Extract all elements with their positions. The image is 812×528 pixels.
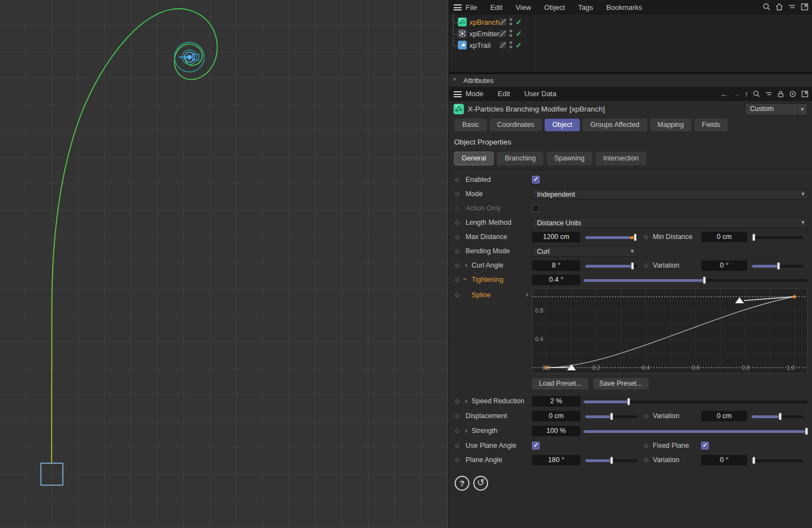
search-icon[interactable] — [763, 3, 771, 11]
close-icon[interactable]: × — [453, 76, 456, 82]
enabled-check-icon[interactable]: ✓ — [516, 18, 522, 26]
plane-variation-input[interactable]: 0 ° — [701, 455, 747, 465]
plane-angle-slider[interactable] — [585, 457, 637, 464]
anim-key-icon[interactable]: ◇ — [455, 292, 460, 298]
anim-key-icon[interactable]: ◇ — [644, 413, 648, 419]
collapse-chevron-icon[interactable]: › — [461, 278, 469, 280]
anim-key-icon[interactable]: ◇ — [455, 457, 460, 463]
detach-panel-icon[interactable] — [800, 3, 809, 11]
spline-curve-editor[interactable]: 0.8 0.4 0.0 0.2 0.4 0.6 0.8 1.0 — [532, 288, 808, 374]
anim-key-icon[interactable]: ◇ — [455, 398, 460, 404]
menu-mode[interactable]: Mode — [466, 90, 484, 98]
spline-curve[interactable] — [546, 297, 794, 368]
hamburger-menu-icon[interactable] — [453, 91, 462, 97]
min-distance-slider[interactable] — [752, 234, 803, 241]
reset-icon[interactable]: ↺ — [473, 476, 488, 491]
menu-file[interactable]: File — [466, 3, 477, 12]
new-window-icon[interactable] — [801, 90, 809, 98]
displacement-variation-input[interactable]: 0 cm — [701, 411, 747, 421]
min-distance-input[interactable]: 0 cm — [701, 232, 747, 242]
anim-key-icon[interactable]: ◇ — [455, 191, 460, 197]
enabled-check-icon[interactable]: ✓ — [516, 41, 522, 49]
home-icon[interactable] — [775, 3, 783, 11]
anim-key-icon[interactable]: ◇ — [455, 413, 460, 419]
use-plane-angle-checkbox[interactable] — [532, 442, 540, 449]
tab-groups-affected[interactable]: Groups Affected — [583, 119, 647, 131]
track-target-icon[interactable] — [789, 90, 797, 98]
filter-icon[interactable] — [765, 90, 772, 98]
menu-tags[interactable]: Tags — [578, 3, 593, 12]
tightening-input[interactable]: 0.4 ° — [532, 275, 580, 285]
square-spline[interactable] — [41, 463, 63, 485]
back-arrow-icon[interactable]: ← — [720, 90, 728, 98]
anim-key-icon[interactable]: ◇ — [455, 248, 460, 254]
tab-general[interactable]: General — [454, 152, 494, 165]
strength-input[interactable]: 100 % — [532, 426, 580, 436]
speed-reduction-slider[interactable] — [584, 398, 808, 405]
anim-key-icon[interactable]: ◇ — [455, 219, 460, 225]
tightening-slider[interactable] — [584, 277, 808, 284]
end-tangent-line[interactable] — [744, 297, 794, 301]
tab-fields[interactable]: Fields — [695, 119, 728, 131]
menu-edit[interactable]: Edit — [490, 3, 502, 12]
bending-mode-dropdown[interactable]: Curl ▼ — [532, 246, 637, 257]
hamburger-menu-icon[interactable] — [453, 4, 462, 10]
fixed-plane-checkbox[interactable] — [701, 442, 709, 449]
curl-variation-input[interactable]: 0 ° — [701, 260, 747, 271]
displacement-variation-slider[interactable] — [752, 413, 803, 420]
lock-icon[interactable] — [777, 90, 785, 98]
length-method-dropdown[interactable]: Distance Units ▼ — [532, 218, 808, 228]
anim-key-icon[interactable]: ◇ — [455, 262, 460, 268]
menu-object[interactable]: Object — [544, 3, 565, 12]
menu-view[interactable]: View — [516, 3, 531, 12]
menu-user-data[interactable]: User Data — [524, 90, 557, 98]
anim-key-icon[interactable]: ◇ — [644, 262, 648, 268]
anim-key-icon[interactable]: ◇ — [455, 427, 460, 433]
spline-expand-chevron-icon[interactable]: › — [526, 291, 528, 298]
visibility-dots[interactable] — [509, 41, 512, 48]
tab-intersection[interactable]: Intersection — [596, 152, 647, 165]
object-row-xpbranch[interactable]: xpBranch ✓ — [449, 16, 530, 28]
tab-coordinates[interactable]: Coordinates — [490, 119, 542, 131]
up-arrow-icon[interactable]: ↑ — [744, 90, 748, 98]
max-distance-input[interactable]: 1200 cm — [532, 232, 580, 242]
object-row-xpemitter[interactable]: xpEmitter ✓ — [449, 28, 530, 40]
filter-icon[interactable] — [788, 3, 796, 11]
search-icon[interactable] — [753, 90, 760, 98]
enabled-checkbox[interactable] — [532, 176, 540, 184]
emitter-gizmo[interactable] — [175, 42, 204, 72]
save-preset-button[interactable]: Save Preset... — [593, 378, 648, 390]
tab-mapping[interactable]: Mapping — [650, 119, 692, 131]
layer-toggle[interactable] — [500, 42, 506, 48]
displacement-slider[interactable] — [585, 413, 637, 420]
anim-key-icon[interactable]: ◇ — [644, 234, 648, 240]
max-distance-slider[interactable] — [585, 234, 637, 241]
strength-slider[interactable] — [584, 428, 808, 435]
expand-chevron-icon[interactable]: › — [465, 397, 467, 405]
plane-variation-slider[interactable] — [752, 457, 803, 464]
action-only-checkbox[interactable] — [532, 204, 540, 212]
anim-key-icon[interactable]: ◇ — [455, 276, 460, 282]
preset-dropdown[interactable]: Custom ▼ — [745, 103, 808, 115]
layer-toggle[interactable] — [500, 19, 506, 25]
end-tangent-handle[interactable] — [735, 297, 744, 303]
tab-object[interactable]: Object — [545, 119, 580, 131]
viewport-3d[interactable] — [0, 0, 449, 528]
visibility-dots[interactable] — [509, 30, 512, 37]
anim-key-icon[interactable]: ◇ — [455, 176, 460, 182]
curl-angle-slider[interactable] — [585, 263, 637, 269]
object-name[interactable]: xpBranch — [469, 18, 500, 26]
anim-key-icon[interactable]: ◇ — [644, 457, 648, 463]
object-name[interactable]: xpEmitter — [469, 30, 500, 38]
object-row-xptrail[interactable]: xpTrail ✓ — [449, 40, 530, 51]
tab-spawning[interactable]: Spawning — [547, 152, 592, 165]
expand-chevron-icon[interactable]: › — [465, 427, 467, 435]
help-icon[interactable]: ? — [455, 476, 469, 491]
enabled-check-icon[interactable]: ✓ — [516, 29, 522, 38]
curl-variation-slider[interactable] — [752, 263, 803, 269]
anim-key-icon[interactable]: ◇ — [644, 442, 648, 448]
object-name[interactable]: xpTrail — [469, 41, 491, 49]
layer-toggle[interactable] — [500, 30, 506, 37]
menu-edit[interactable]: Edit — [498, 90, 510, 98]
curl-angle-input[interactable]: 8 ° — [532, 260, 580, 271]
